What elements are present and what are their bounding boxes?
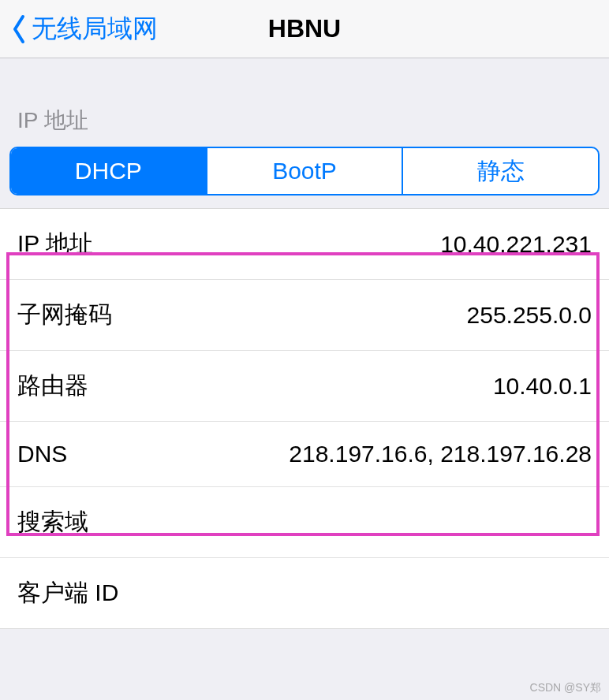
nav-bar: 无线局域网 HBNU [0, 0, 609, 58]
row-router[interactable]: 路由器 10.40.0.1 [0, 351, 609, 422]
row-dns[interactable]: DNS 218.197.16.6, 218.197.16.28 [0, 422, 609, 487]
row-ip-address[interactable]: IP 地址 10.40.221.231 [0, 209, 609, 280]
segment-bootp[interactable]: BootP [207, 148, 404, 194]
segment-dhcp[interactable]: DHCP [11, 148, 207, 194]
row-value: 10.40.221.231 [440, 231, 592, 258]
row-client-id[interactable]: 客户端 ID [0, 558, 609, 628]
row-label: 路由器 [17, 370, 88, 402]
watermark: CSDN @SY郑 [530, 681, 601, 695]
row-value: 218.197.16.6, 218.197.16.28 [289, 441, 592, 467]
ip-details-list: IP 地址 10.40.221.231 子网掩码 255.255.0.0 路由器… [0, 208, 609, 629]
row-label: IP 地址 [17, 228, 93, 260]
row-subnet-mask[interactable]: 子网掩码 255.255.0.0 [0, 280, 609, 351]
chevron-left-icon [6, 12, 32, 47]
segment-static[interactable]: 静态 [403, 148, 598, 194]
row-label: 搜索域 [17, 506, 88, 538]
row-label: 客户端 ID [17, 577, 118, 609]
row-label: 子网掩码 [17, 299, 112, 331]
row-value: 255.255.0.0 [467, 302, 592, 329]
back-label: 无线局域网 [32, 12, 158, 47]
back-button[interactable]: 无线局域网 [0, 12, 158, 47]
ip-config-segmented: DHCP BootP 静态 [9, 147, 600, 195]
row-label: DNS [17, 441, 67, 467]
section-header-ip: IP 地址 [0, 58, 609, 147]
row-value: 10.40.0.1 [493, 373, 592, 400]
row-search-domain[interactable]: 搜索域 [0, 487, 609, 558]
